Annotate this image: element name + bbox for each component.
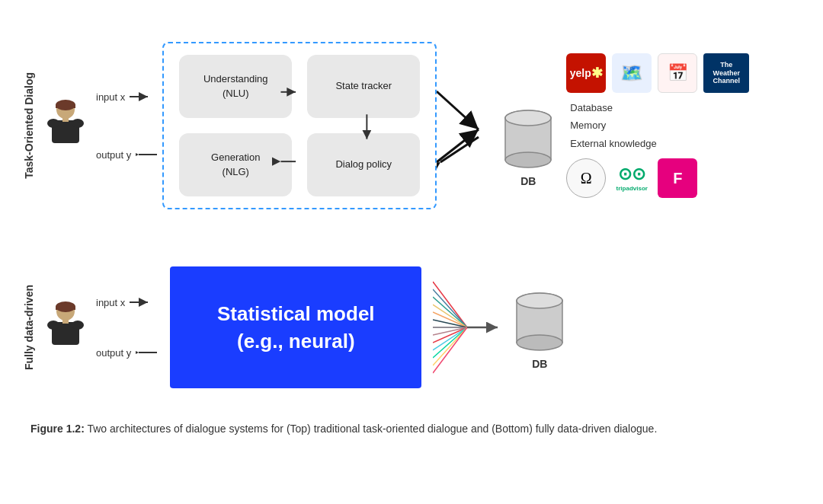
svg-point-17 xyxy=(505,152,551,167)
tripadvisor-container: ⊙⊙ tripadvisor xyxy=(612,158,652,198)
svg-point-18 xyxy=(505,110,551,126)
foursquare-icon: F xyxy=(658,158,697,198)
box-to-db-arrows xyxy=(437,42,498,209)
nlu-box: Understanding(NLU) xyxy=(179,55,292,118)
output-arrow-top xyxy=(136,148,159,161)
db-info-text: Database Memory External knowledge xyxy=(570,99,749,152)
avatar-bottom xyxy=(43,301,88,354)
input-row-top: input x xyxy=(96,91,159,103)
dashed-box-container: Understanding(NLU) State tracker Generat… xyxy=(162,42,498,209)
svg-line-37 xyxy=(433,327,467,358)
input-arrow-top xyxy=(130,91,152,103)
dashed-box: Understanding(NLU) State tracker Generat… xyxy=(162,42,437,209)
db-cylinder-bottom: DB xyxy=(513,285,566,370)
nlg-box: Generation(NLG) xyxy=(179,133,292,196)
output-row-top: output y xyxy=(96,148,159,161)
io-labels-bottom: input x output y xyxy=(96,296,159,359)
avatar-top xyxy=(43,99,88,152)
io-labels-top: input x output y xyxy=(96,91,159,161)
input-row-bottom: input x xyxy=(96,296,159,308)
statistical-model-box: Statistical model(e.g., neural) xyxy=(170,266,421,388)
input-label-bottom: input x xyxy=(96,297,125,308)
main-container: Task-Oriented Dialog input x xyxy=(0,0,823,504)
state-tracker-box: State tracker xyxy=(307,55,420,118)
svg-line-12 xyxy=(437,129,479,162)
neural-wires xyxy=(433,274,501,381)
person-top xyxy=(43,99,88,152)
db-cylinder-svg-top xyxy=(501,103,555,171)
svg-rect-22 xyxy=(62,319,69,324)
svg-line-29 xyxy=(433,297,467,327)
yelp-icon: yelp✱ xyxy=(566,53,606,93)
caption-text: Two architectures of dialogue systems fo… xyxy=(87,423,657,435)
output-row-bottom: output y xyxy=(96,346,159,359)
top-left-label: Task-Oriented Dialog xyxy=(23,72,35,179)
svg-rect-3 xyxy=(62,117,69,122)
icons-row-bottom: Ω ⊙⊙ tripadvisor F xyxy=(566,158,749,198)
output-label-top: output y xyxy=(96,149,131,161)
weather-icon: TheWeatherChannel xyxy=(703,53,749,93)
bottom-section: Fully data-driven input x xyxy=(23,244,800,411)
caption-prefix: Figure 1.2: xyxy=(30,423,85,435)
svg-point-4 xyxy=(47,119,59,128)
db-label-top: DB xyxy=(520,175,536,187)
svg-point-23 xyxy=(47,321,59,330)
output-arrow-bottom xyxy=(136,346,159,359)
bottom-left-label: Fully data-driven xyxy=(23,285,35,370)
db-label-bottom: DB xyxy=(532,358,547,370)
svg-point-44 xyxy=(517,293,562,308)
tripadvisor-icon: ⊙⊙ tripadvisor xyxy=(612,158,652,198)
icons-row-top: yelp✱ 🗺️ 📅 TheWeatherChannel xyxy=(566,53,749,93)
db-cylinder-svg-bottom xyxy=(513,285,566,354)
model-label: Statistical model(e.g., neural) xyxy=(217,300,375,356)
input-label-top: input x xyxy=(96,91,125,103)
maps-icon: 🗺️ xyxy=(612,53,652,93)
output-label-bottom: output y xyxy=(96,347,131,359)
dialog-policy-box: Dialog policy xyxy=(307,133,420,196)
svg-line-14 xyxy=(440,137,479,162)
figure-caption: Figure 1.2: Two architectures of dialogu… xyxy=(23,420,800,437)
person-bottom xyxy=(43,301,88,354)
wiki-icon: Ω xyxy=(566,158,606,198)
svg-point-43 xyxy=(517,335,562,350)
db-cylinder-top: DB xyxy=(501,103,555,187)
calendar-icon: 📅 xyxy=(658,53,697,93)
svg-point-24 xyxy=(72,321,84,330)
icons-info: yelp✱ 🗺️ 📅 TheWeatherChannel Database Me… xyxy=(566,53,749,198)
input-arrow-bottom xyxy=(130,296,152,308)
svg-line-11 xyxy=(437,91,479,129)
svg-point-5 xyxy=(72,119,84,128)
top-section: Task-Oriented Dialog input x xyxy=(23,15,800,236)
